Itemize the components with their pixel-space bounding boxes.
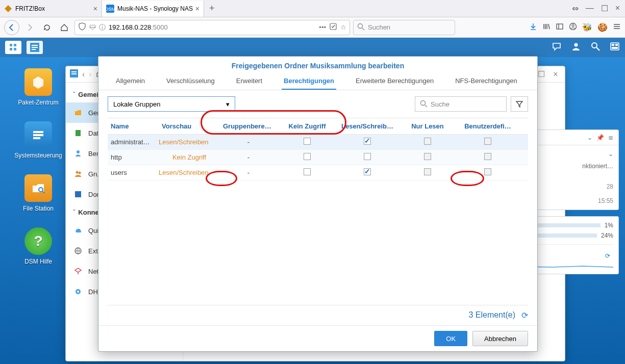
col-custom[interactable]: Benutzerdefi… (458, 118, 518, 134)
table-row[interactable]: http Kein Zugriff - (108, 150, 528, 165)
checkbox-readonly[interactable] (424, 153, 431, 160)
forward-button[interactable] (22, 20, 37, 35)
downloads-icon[interactable] (529, 22, 537, 33)
svg-rect-24 (612, 47, 618, 49)
table-row[interactable]: administrat… Lesen/Schreiben - (108, 135, 528, 150)
dsm-main-menu[interactable] (5, 41, 21, 54)
tab-erweitert[interactable]: Erweitert (234, 73, 264, 90)
permissions-search[interactable]: Suche (415, 96, 507, 112)
svg-line-29 (42, 191, 44, 193)
desktop-icon-dsmhilfe[interactable]: ? DSM Hilfe (24, 227, 52, 265)
edit-shared-folder-dialog: Freigegebenen Ordner Musiksammlung bearb… (98, 56, 538, 352)
pin-icon[interactable]: 📌 (596, 134, 604, 141)
more-icon[interactable]: ••• (319, 23, 326, 31)
reload-button[interactable] (40, 20, 54, 35)
resize-icon[interactable]: ⇔ (572, 4, 579, 13)
checkbox-readwrite[interactable] (364, 168, 371, 175)
desktop-icon-systemsteuerung[interactable]: Systemsteuerung (14, 121, 62, 159)
cancel-button[interactable]: Abbrechen (472, 331, 528, 346)
group-type-dropdown[interactable]: Lokale Gruppen ▾ (108, 96, 235, 112)
desktop-icon-label: Paket-Zentrum (18, 99, 58, 106)
col-readwrite[interactable]: Lesen/Schreib… (337, 118, 397, 134)
element-count: 3 Element(e) (468, 310, 515, 320)
dsm-taskbar-controlpanel[interactable] (27, 41, 43, 54)
tab-erweiterte-berechtigungen[interactable]: Erweiterte Berechtigungen (354, 73, 436, 90)
tab-nfs-berechtigungen[interactable]: NFS-Berechtigungen (453, 73, 519, 90)
col-noaccess[interactable]: Kein Zugriff (277, 118, 337, 134)
browser-tab-fritzbox[interactable]: FRITZ!Box × (0, 1, 102, 17)
dsm-user-icon[interactable] (571, 41, 581, 54)
col-readonly[interactable]: Nur Lesen (397, 118, 458, 134)
ext2-icon[interactable]: 🍪 (597, 22, 608, 32)
checkbox-noaccess[interactable] (304, 138, 311, 145)
cell-preview: Kein Zugriff (159, 153, 220, 161)
refresh-icon[interactable]: ⟳ (605, 252, 610, 259)
browser-tab-synology[interactable]: DSM Musik-NAS - Synology NAS × (102, 1, 204, 17)
chevron-down-icon: ▾ (226, 100, 230, 108)
close-icon[interactable]: × (93, 5, 97, 13)
url-bar[interactable]: 🛡 ⓘ 192.168.0.228:5000 ••• ☆ (74, 20, 350, 35)
col-name[interactable]: Name (108, 118, 159, 134)
chevron-down-icon[interactable]: ⌄ (587, 134, 592, 141)
bookmark-star-icon[interactable]: ☆ (340, 23, 346, 31)
account-icon[interactable] (569, 22, 577, 33)
reader-icon[interactable] (329, 22, 337, 32)
checkbox-noaccess[interactable] (304, 168, 311, 175)
fritzbox-icon (4, 5, 12, 13)
window-maximize-icon[interactable]: ☐ (536, 69, 546, 79)
nav-back-icon[interactable]: ‹ (82, 70, 85, 79)
user-icon (73, 148, 83, 159)
window-maximize-icon[interactable]: ☐ (601, 4, 608, 13)
browser-search[interactable]: Suchen (353, 20, 455, 35)
refresh-icon[interactable]: ⟳ (521, 310, 528, 320)
checkbox-readonly[interactable] (424, 168, 431, 175)
search-icon (357, 22, 365, 32)
table-row[interactable]: users Lesen/Schreiben - (108, 165, 528, 180)
back-button[interactable] (4, 20, 19, 35)
dsm-search-icon[interactable] (590, 41, 601, 54)
checkbox-custom[interactable] (484, 168, 491, 175)
window-icon (70, 69, 78, 80)
tab-verschluesselung[interactable]: Verschlüsselung (164, 73, 217, 90)
cell-preview: Lesen/Schreiben (159, 138, 220, 146)
ext1-icon[interactable]: 🐝 (582, 22, 592, 32)
checkbox-readonly[interactable] (424, 138, 431, 145)
dsm-widgets-icon[interactable] (610, 41, 620, 54)
dialog-tabs: Allgemein Verschlüsselung Erweitert Bere… (98, 73, 537, 90)
checkbox-noaccess[interactable] (304, 153, 311, 160)
checkbox-readwrite[interactable] (364, 153, 371, 160)
svg-text:DSM: DSM (106, 7, 114, 12)
desktop-icon-paketzentrum[interactable]: Paket-Zentrum (18, 68, 58, 106)
close-icon[interactable]: × (195, 5, 199, 13)
window-minimize-icon[interactable]: — (586, 4, 594, 13)
home-button[interactable] (57, 20, 71, 35)
checkbox-readwrite[interactable] (364, 138, 371, 145)
new-tab-button[interactable]: + (204, 3, 220, 14)
menu-icon[interactable] (613, 22, 621, 33)
tab-berechtigungen[interactable]: Berechtigungen (282, 73, 336, 90)
more-icon[interactable]: ≣ (608, 134, 613, 141)
checkbox-custom[interactable] (484, 153, 491, 160)
col-preview[interactable]: Vorschau (159, 118, 220, 134)
checkbox-custom[interactable] (484, 138, 491, 145)
cpu-percent: 1% (605, 222, 613, 229)
desktop-icon-filestation[interactable]: File Station (23, 174, 54, 212)
sidebar-icon[interactable] (556, 22, 564, 33)
svg-rect-26 (33, 134, 43, 136)
nav-fwd-icon[interactable]: › (89, 70, 91, 79)
svg-rect-10 (10, 44, 12, 46)
filter-button[interactable] (511, 96, 528, 112)
window-close-icon[interactable]: × (615, 4, 620, 13)
svg-point-40 (77, 291, 79, 293)
col-groupperm[interactable]: Gruppenberec… (220, 118, 277, 134)
svg-rect-23 (615, 44, 618, 46)
cell-group: - (220, 138, 277, 146)
library-icon[interactable] (542, 22, 551, 33)
tab-allgemein[interactable]: Allgemein (114, 73, 147, 90)
dsm-chat-icon[interactable] (552, 41, 562, 54)
ok-button[interactable]: OK (434, 331, 467, 346)
ram-percent: 24% (601, 232, 613, 239)
window-close-icon[interactable]: × (551, 70, 561, 79)
globe-icon (73, 246, 83, 256)
folder-icon (73, 108, 83, 118)
